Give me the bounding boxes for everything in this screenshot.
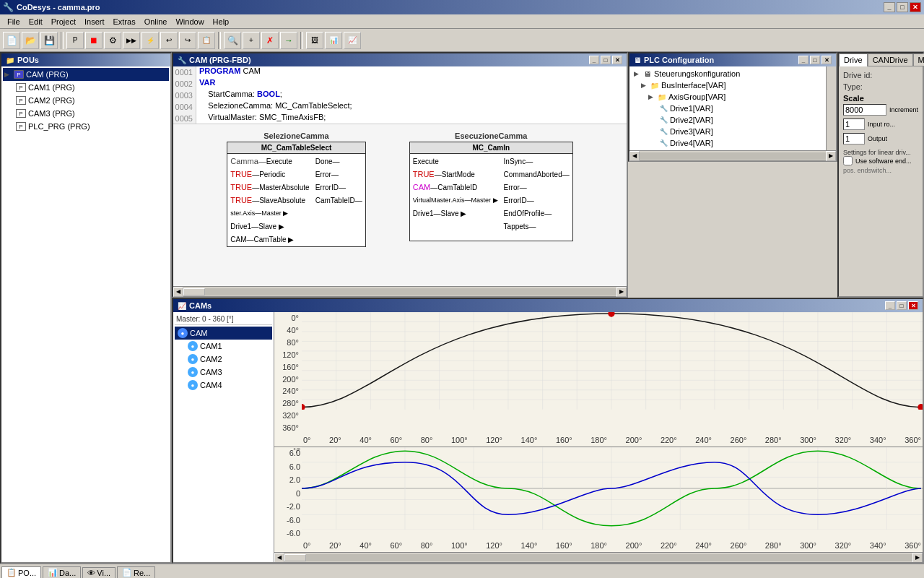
menu-edit[interactable]: Edit	[25, 16, 47, 27]
cams-hscroll[interactable]: ◀ ▶	[274, 552, 923, 562]
tree-drive1[interactable]: 🔧 Drive1[VAR]	[631, 103, 824, 114]
stop-button[interactable]: ⏹	[85, 32, 103, 49]
cam-tree-item-cam2[interactable]: ● CAM2	[175, 353, 272, 366]
drive-tab-mo[interactable]: Mo...	[913, 53, 924, 66]
bottom-tab-vi[interactable]: 👁 Vi...	[82, 567, 116, 578]
bottom-tab-po[interactable]: 📋 PO...	[1, 566, 41, 578]
cams-maximize[interactable]: □	[897, 301, 907, 310]
bottom-tab-da[interactable]: 📊 Da...	[43, 566, 81, 578]
drive-tab-candrive[interactable]: CANDrive	[868, 53, 913, 66]
bottom-tab-re[interactable]: 📄 Re...	[117, 566, 155, 578]
plc-title-label: PLC Configuration	[644, 56, 714, 64]
close-button[interactable]: ✕	[910, 2, 921, 12]
toolbar-sep-2	[218, 32, 221, 49]
cam-tree-item-cam1[interactable]: ● CAM1	[175, 340, 272, 353]
tree-steuerung[interactable]: ▶ 🖥 Steuerungskonfiguration	[631, 68, 824, 79]
window-title: CoDesys - camma.pro	[17, 3, 100, 12]
menu-project[interactable]: Project	[47, 16, 80, 27]
code-line-5: 0005 VirtualMaster: SMC_TimeAxisFB;	[173, 113, 627, 124]
plc-hscroll[interactable]: ◀ ▶	[629, 150, 836, 160]
debug-button[interactable]: ⚡	[141, 32, 159, 49]
pou-title-label: POUs	[17, 56, 39, 64]
tree-drive4[interactable]: 🔧 Drive4[VAR]	[631, 137, 824, 149]
plc-scroll-right[interactable]: ▶	[826, 151, 836, 161]
fbd-block1-inputs: Camma—Execute TRUE—Periodic TRUE—MasterA…	[227, 154, 312, 246]
cams-scroll-track[interactable]	[284, 554, 912, 561]
menu-help[interactable]: Help	[209, 16, 234, 27]
scroll-right[interactable]: ▶	[616, 287, 627, 297]
chart-area: 360° 320° 280° 240° 200° 160° 120° 80° 4…	[274, 312, 923, 562]
plc-minimize[interactable]: _	[798, 56, 808, 64]
pou-item-cam3[interactable]: P CAM3 (PRG)	[3, 107, 169, 120]
plc-vscroll[interactable]	[826, 66, 836, 150]
plc-scroll-track[interactable]	[640, 152, 826, 160]
tree-drive3[interactable]: 🔧 Drive3[VAR]	[631, 126, 824, 137]
use-software-check[interactable]	[843, 156, 853, 165]
title-bar-buttons[interactable]: _ □ ✕	[884, 2, 921, 12]
print-button[interactable]: P	[66, 32, 84, 49]
pou-list: ▶ P CAM (PRG) P CAM1 (PRG) P CAM2 (PRG) …	[1, 66, 170, 562]
cam-tree-item-cam[interactable]: ● CAM	[175, 327, 272, 340]
code-line-1: 0001 PROGRAM CAM	[173, 66, 627, 78]
drive-scale-input[interactable]	[843, 104, 886, 116]
plc-maximize[interactable]: □	[810, 56, 820, 64]
tb11[interactable]: ✗	[261, 32, 279, 49]
zoom-button[interactable]: 🔍	[224, 32, 241, 49]
fbd-port-exec: Camma—Execute	[230, 155, 309, 167]
scroll-left[interactable]: ◀	[173, 287, 183, 297]
view-btn2[interactable]: 📊	[325, 32, 342, 49]
open-button[interactable]: 📂	[22, 32, 39, 49]
x-300: 300°	[800, 436, 816, 444]
menu-insert[interactable]: Insert	[80, 16, 109, 27]
menu-window[interactable]: Window	[171, 16, 208, 27]
cam-editor-close[interactable]: ✕	[612, 56, 622, 64]
settings-button[interactable]: ⚙	[104, 32, 121, 49]
minimize-button[interactable]: _	[884, 2, 895, 12]
tree-axisgroup[interactable]: ▶ 📁 AxisGroup[VAR]	[631, 91, 824, 103]
cams-scroll-right[interactable]: ▶	[912, 553, 923, 563]
tb7[interactable]: ↪	[179, 32, 196, 49]
x-80: 80°	[421, 436, 433, 444]
cam-tree-item-cam3[interactable]: ● CAM3	[175, 366, 272, 379]
tb10[interactable]: +	[243, 32, 260, 49]
new-button[interactable]: 📄	[3, 32, 20, 49]
plc-close[interactable]: ✕	[821, 56, 832, 64]
menu-extras[interactable]: Extras	[108, 16, 139, 27]
input-rot-input[interactable]	[843, 118, 865, 130]
tb12[interactable]: →	[280, 32, 297, 49]
cam-editor-maximize[interactable]: □	[601, 56, 611, 64]
plc-scroll-left[interactable]: ◀	[629, 151, 640, 161]
maximize-button[interactable]: □	[897, 2, 908, 12]
tree-drive2[interactable]: 🔧 Drive2[VAR]	[631, 114, 824, 126]
build-button[interactable]: ▶▶	[123, 32, 140, 49]
cam-tree-item-cam4[interactable]: ● CAM4	[175, 379, 272, 392]
x-240: 240°	[695, 436, 712, 444]
pou-item-cam[interactable]: ▶ P CAM (PRG)	[3, 68, 169, 81]
tree-businterface[interactable]: ▶ 📁 BusInterface[VAR]	[631, 79, 824, 91]
drive-tab-drive[interactable]: Drive	[839, 53, 868, 66]
view-btn3[interactable]: 📈	[344, 32, 361, 49]
scroll-track[interactable]	[183, 288, 616, 296]
menu-file[interactable]: File	[3, 16, 25, 27]
scroll-thumb[interactable]	[183, 288, 205, 296]
cams-minimize[interactable]: _	[885, 301, 895, 310]
cams-scroll-thumb[interactable]	[284, 554, 306, 561]
tb8[interactable]: 📋	[198, 32, 215, 49]
pou-item-cam2[interactable]: P CAM2 (PRG)	[3, 94, 169, 107]
bx-340: 340°	[870, 541, 886, 550]
save-button[interactable]: 💾	[40, 32, 58, 49]
cam-editor-minimize[interactable]: _	[589, 56, 599, 64]
svg-point-30	[918, 404, 923, 409]
output-input[interactable]	[843, 133, 865, 144]
cams-close[interactable]: ✕	[908, 301, 918, 310]
tb6[interactable]: ↩	[160, 32, 178, 49]
pou-item-plc-prg[interactable]: P PLC_PRG (PRG)	[3, 120, 169, 133]
y-label-80: 80°	[274, 338, 300, 347]
cam-editor-hscroll[interactable]: ◀ ▶	[173, 286, 627, 296]
view-btn1[interactable]: 🖼	[306, 32, 323, 49]
cam-bullet-2: ●	[188, 354, 198, 364]
chart-top-y-labels: 360° 320° 280° 240° 200° 160° 120° 80° 4…	[274, 312, 302, 434]
pou-item-cam1[interactable]: P CAM1 (PRG)	[3, 81, 169, 94]
menu-online[interactable]: Online	[140, 16, 172, 27]
cams-scroll-left[interactable]: ◀	[274, 553, 284, 563]
